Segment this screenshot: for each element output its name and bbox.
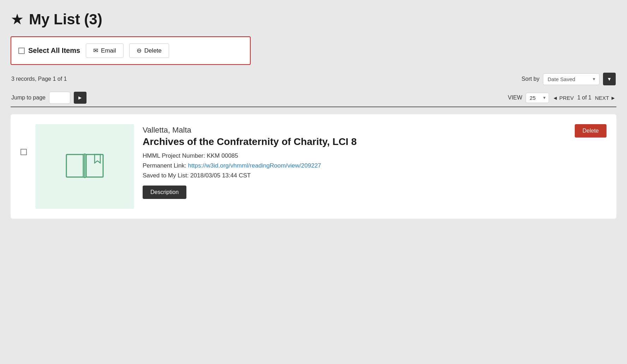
email-icon: ✉ (93, 47, 98, 54)
select-all-checkbox[interactable] (18, 48, 25, 54)
view-label: VIEW (508, 95, 522, 101)
select-all-label: Select All Items (28, 47, 80, 55)
item-details: Valletta, Malta Archives of the Confrate… (143, 124, 607, 199)
item-checkbox[interactable] (20, 149, 27, 155)
email-button-label: Email (101, 47, 116, 54)
next-button[interactable]: NEXT ► (595, 95, 616, 101)
item-delete-button[interactable]: Delete (575, 124, 607, 138)
go-button[interactable]: ▶ (74, 92, 86, 104)
jump-to-page-container: Jump to page ▶ (11, 92, 86, 104)
sort-select-wrapper: Date Saved (543, 73, 599, 85)
sort-select[interactable]: Date Saved (543, 73, 599, 85)
jump-to-page-label: Jump to page (11, 95, 46, 101)
delete-button-label: Delete (144, 47, 162, 54)
item-permanent-link: Permanent Link: https://w3id.org/vhmml/r… (143, 162, 607, 169)
view-pagination: VIEW 25 50 100 ◄ PREV 1 of 1 NEXT ► (508, 93, 616, 103)
sort-by-label: Sort by (521, 76, 539, 82)
view-select[interactable]: 25 50 100 (526, 93, 549, 103)
svg-rect-0 (66, 154, 83, 177)
item-thumbnail (35, 124, 134, 209)
sort-by-container: Sort by Date Saved ▼ (521, 73, 616, 85)
item-card: Valletta, Malta Archives of the Confrate… (11, 114, 616, 219)
permanent-link-label: Permanent Link: (143, 162, 186, 169)
records-info-row: 3 records, Page 1 of 1 Sort by Date Save… (11, 73, 616, 85)
divider (11, 107, 616, 107)
description-button[interactable]: Description (143, 186, 186, 199)
view-select-wrapper: 25 50 100 (526, 93, 549, 103)
toolbar-panel: Select All Items ✉ Email ⊖ Delete (11, 36, 251, 65)
book-icon (64, 148, 106, 185)
permanent-link-url[interactable]: https://w3id.org/vhmml/readingRoom/view/… (188, 162, 321, 169)
records-info: 3 records, Page 1 of 1 (11, 76, 67, 82)
page-header: ★ My List (3) (11, 11, 616, 28)
select-all-container[interactable]: Select All Items (18, 47, 80, 55)
page-indicator: 1 of 1 (577, 95, 591, 101)
delete-icon: ⊖ (137, 47, 142, 54)
item-saved: Saved to My List: 2018/03/05 13:44 CST (143, 172, 607, 179)
sort-direction-button[interactable]: ▼ (603, 73, 616, 85)
item-subtitle: Valletta, Malta (143, 126, 607, 135)
page-title: My List (3) (29, 11, 102, 28)
item-title: Archives of the Confraternity of Charity… (143, 136, 607, 147)
delete-button[interactable]: ⊖ Delete (129, 43, 169, 58)
pagination-row: Jump to page ▶ VIEW 25 50 100 ◄ PREV 1 o… (11, 92, 616, 104)
item-project-number: HMML Project Number: KKM 00085 (143, 152, 607, 159)
item-checkbox-col (20, 124, 27, 155)
prev-button[interactable]: ◄ PREV (553, 95, 574, 101)
email-button[interactable]: ✉ Email (86, 43, 124, 58)
star-icon: ★ (11, 11, 24, 28)
page-input[interactable] (49, 92, 70, 104)
